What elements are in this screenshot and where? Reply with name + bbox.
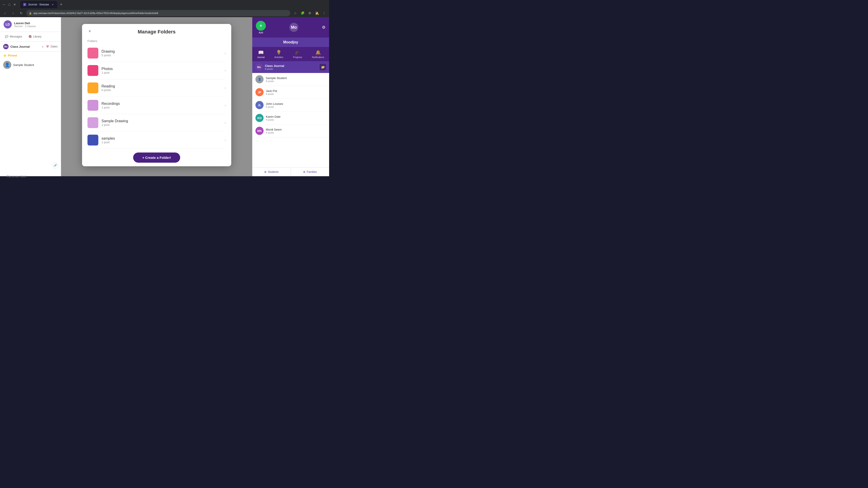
modal-title: Manage Folders [138,29,176,35]
maximize-button[interactable]: □ [7,2,11,6]
modal-body: Folders Drawing 5 posts › Photos [82,38,231,149]
folder-name-drawing: Drawing [101,50,221,54]
class-journal-info: Class Journal 8 posts [265,64,317,70]
menu-button[interactable]: ⋮ [321,10,327,16]
create-folder-button[interactable]: + Create a Folder! [133,153,180,163]
user-name: Lauren Deli [14,22,36,25]
browser-chrome: ─ □ ✕ S Journal - Seesaw ✕ + ‹ › ↻ 🔒 app… [0,0,329,17]
student-posts-3: 4 posts [266,119,281,121]
prev-class-button[interactable]: ‹ [41,44,44,49]
right-navigation: 📖 Journal 💡 Activities 🎓 Progress 🔔 Noti… [252,47,329,61]
families-button[interactable]: ⊕ Families [291,168,329,176]
student-list-item-2[interactable]: JL John Louises 5 posts [252,99,329,111]
bookmark-button[interactable]: ☆ [292,10,298,16]
folder-item-photos[interactable]: Photos 1 post › [88,62,226,79]
library-tab[interactable]: 📚 Library [26,34,44,39]
profile-button[interactable]: ⚙ [307,10,313,16]
student-list-item-4[interactable]: MS Mordi Seem 4 posts [252,125,329,137]
add-button[interactable]: + [256,21,266,31]
student-avatar-1: JP [255,88,264,96]
settings-icon[interactable]: ⚙ [322,25,326,30]
nav-item-notifications[interactable]: 🔔 Notifications [310,49,326,59]
class-selector[interactable]: Mo Class Journal ‹ 📅 Dates [0,41,61,52]
student-avatar-2: JL [255,101,264,109]
refresh-button[interactable]: ↻ [18,10,24,16]
folder-item-recordings[interactable]: Recordings 1 post › [88,97,226,114]
minimize-button[interactable]: ─ [2,2,6,6]
student-info-1: Jack Pot 6 posts [266,89,277,95]
user-avatar: LD [4,20,12,29]
messages-tab[interactable]: 💬 Messages [3,34,24,39]
back-button[interactable]: ‹ [2,10,8,16]
left-sidebar: LD Lauren Deli Teacher · 2 Classes 💬 Mes… [0,17,61,176]
close-button[interactable]: ✕ [13,2,17,6]
class-journal-title: Class Journal [265,64,317,68]
folder-name-photos: Photos [101,67,221,71]
lock-icon: 🔒 [29,12,32,14]
folder-name-sample-drawing: Sample Drawing [101,119,221,123]
student-name-2: John Louises [266,102,283,105]
student-avatar-4: MS [255,127,264,135]
students-button[interactable]: ⊕ Students [252,168,291,176]
student-posts-2: 5 posts [266,105,283,108]
app-container: LD Lauren Deli Teacher · 2 Classes 💬 Mes… [0,17,329,176]
library-icon: 📚 [29,35,32,38]
folder-item-sample-drawing[interactable]: Sample Drawing 1 post › [88,114,226,131]
active-tab[interactable]: S Journal - Seesaw ✕ [20,1,57,8]
pinned-student-name: Sample Student [13,63,34,67]
top-nav-tabs: 💬 Messages 📚 Library [0,32,61,41]
families-label: Families [307,170,317,173]
new-tab-button[interactable]: + [58,1,64,8]
moodjoy-section: Moodjoy [252,37,329,47]
nav-item-activities[interactable]: 💡 Activities [273,49,285,59]
folder-posts-photos: 1 post [101,71,221,74]
forward-button[interactable]: › [10,10,16,16]
student-list-item-3[interactable]: KD Karen Dale 4 posts [252,111,329,125]
toolbar-icons: ☆ 🧩 ⚙ 🕵 ⋮ [292,10,327,16]
class-icon: Mo [3,44,8,49]
nav-item-journal[interactable]: 📖 Journal [255,49,267,59]
close-tab-button[interactable]: ✕ [51,3,55,6]
folder-info-samples: samples 1 post [101,136,221,144]
folder-color-reading [88,83,98,93]
modal-header: × Manage Folders [82,24,231,38]
folder-arrow-recordings: › [225,103,226,107]
folder-info-drawing: Drawing 5 posts [101,50,221,57]
folder-name-reading: Reading [101,84,221,88]
student-list-item-1[interactable]: JP Jack Pot 6 posts [252,86,329,99]
class-name: Class Journal [10,45,39,48]
activities-nav-icon: 💡 [276,50,282,55]
nav-item-progress[interactable]: 🎓 Progress [291,49,304,59]
folder-icon[interactable]: 📁 [320,64,326,70]
add-label: Add [258,31,263,34]
notifications-nav-icon: 🔔 [315,50,321,55]
student-posts-0: 8 posts [266,80,287,83]
folder-item-samples[interactable]: samples 1 post › [88,131,226,149]
folder-item-reading[interactable]: Reading 0 posts › [88,79,226,97]
modal-close-button[interactable]: × [87,28,93,34]
notifications-nav-label: Notifications [312,56,324,59]
dates-label: Dates [51,45,58,48]
manage-folders-modal: × Manage Folders Folders Drawing 5 posts… [82,24,231,166]
folder-color-samples [88,135,98,145]
url-box[interactable]: 🔒 app.seesaw.me/#/class/class.e01bf4c2-9… [26,10,290,16]
modal-overlay[interactable]: × Manage Folders Folders Drawing 5 posts… [61,17,252,176]
folder-item-drawing[interactable]: Drawing 5 posts › [88,44,226,62]
extensions-button[interactable]: 🧩 [299,10,306,16]
student-list-item-0[interactable]: 👤 Sample Student 8 posts [252,73,329,86]
pinned-student-item[interactable]: 👤 Sample Student [3,59,58,70]
tab-favicon: S [23,3,26,6]
user-initial-display: Mo [289,23,298,32]
main-content: × Manage Folders Folders Drawing 5 posts… [61,17,252,176]
link-icon[interactable]: 🔗 [52,162,58,168]
user-info: Lauren Deli Teacher · 2 Classes [14,22,36,28]
pinned-section: ⭐ Pinned 👤 Sample Student [0,52,61,72]
journal-nav-icon: 📖 [258,50,264,55]
right-header: + Add Mo ⚙ [252,17,329,37]
pinned-student-avatar: 👤 [3,61,11,69]
user-header: LD Lauren Deli Teacher · 2 Classes [0,17,61,32]
students-label: Students [268,170,278,173]
student-posts-4: 4 posts [266,131,282,134]
folder-color-sample-drawing [88,117,98,128]
families-plus-icon: ⊕ [303,170,305,173]
